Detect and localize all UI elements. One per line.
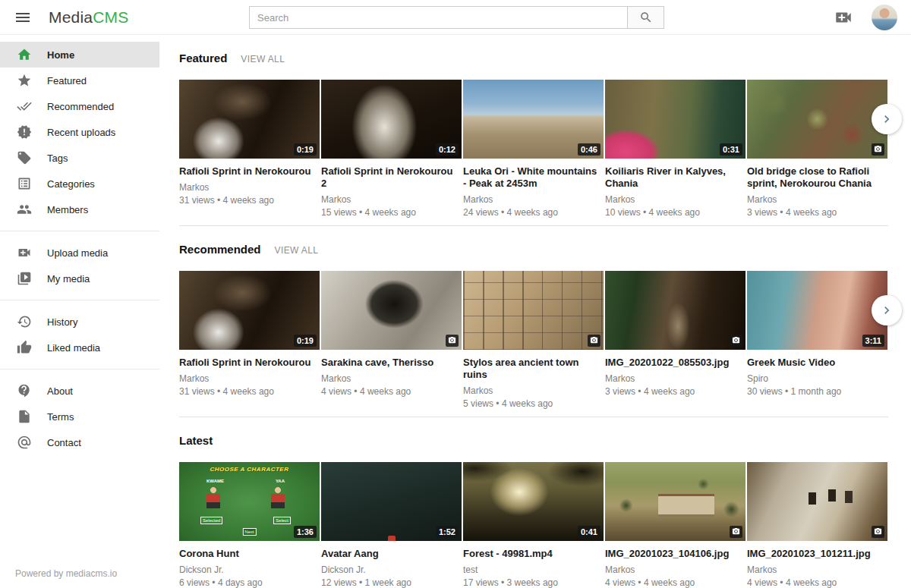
media-thumbnail[interactable]: 1:52 <box>321 462 462 541</box>
media-card[interactable]: 0:12Rafioli Sprint in Nerokourou 2Markos… <box>321 80 462 218</box>
media-title[interactable]: Rafioli Sprint in Nerokourou <box>179 357 320 369</box>
media-author[interactable]: Markos <box>321 373 462 384</box>
powered-by-text[interactable]: Powered by mediacms.io <box>15 568 117 579</box>
media-card[interactable]: 0:46Leuka Ori - White mountains - Peak a… <box>463 80 604 218</box>
media-card[interactable]: Stylos area ancient town ruinsMarkos5 vi… <box>463 271 604 409</box>
sidebar-divider <box>0 300 159 300</box>
media-author[interactable]: Spiro <box>747 373 887 384</box>
logo-text-media: Media <box>49 8 93 26</box>
media-thumbnail[interactable]: 0:41 <box>463 462 604 541</box>
media-author[interactable]: Markos <box>605 194 746 205</box>
media-thumbnail[interactable] <box>747 462 887 541</box>
scroll-right-button[interactable] <box>872 295 902 325</box>
sidebar-item-my-media[interactable]: My media <box>0 266 159 291</box>
media-card[interactable]: 3:11Greek Music VideoSpiro30 views • 1 m… <box>747 271 887 409</box>
media-thumbnail[interactable] <box>321 271 462 350</box>
media-thumbnail[interactable]: 0:46 <box>463 80 604 159</box>
media-author[interactable]: Markos <box>747 194 887 205</box>
media-author[interactable]: Markos <box>179 373 320 384</box>
sidebar-item-terms[interactable]: Terms <box>0 404 159 429</box>
media-thumbnail[interactable]: 0:12 <box>321 80 462 159</box>
header-actions <box>834 5 911 30</box>
menu-icon[interactable] <box>14 8 32 27</box>
media-card[interactable]: 0:19Rafioli Sprint in NerokourouMarkos31… <box>179 80 320 218</box>
media-title[interactable]: IMG_20201023_104106.jpg <box>605 548 746 560</box>
media-card[interactable]: Sarakina cave, TherissoMarkos4 views • 4… <box>321 271 462 409</box>
new-releases-icon <box>17 124 32 140</box>
media-card[interactable]: 0:41Forest - 49981.mp4test17 views • 3 w… <box>463 462 604 588</box>
video-library-icon <box>17 271 32 286</box>
search-button[interactable] <box>627 6 664 29</box>
sidebar-item-home[interactable]: Home <box>0 42 159 68</box>
sidebar-item-members[interactable]: Members <box>0 197 159 222</box>
media-author[interactable]: Markos <box>463 194 604 205</box>
sidebar-item-recommended[interactable]: Recommended <box>0 93 159 119</box>
sidebar-item-label: Terms <box>47 411 74 423</box>
media-card[interactable]: IMG_20201023_104106.jpgMarkos4 views • 4… <box>605 462 746 588</box>
media-card[interactable]: 0:19Rafioli Sprint in NerokourouMarkos31… <box>179 271 320 409</box>
media-thumbnail[interactable]: 0:31 <box>605 80 746 159</box>
media-title[interactable]: Koiliaris River in Kalyves, Chania <box>605 165 746 190</box>
sidebar-item-history[interactable]: History <box>0 309 159 335</box>
sidebar-item-recent-uploads[interactable]: Recent uploads <box>0 119 159 145</box>
media-thumbnail[interactable] <box>605 271 746 350</box>
media-thumbnail[interactable] <box>605 462 746 541</box>
search-input[interactable] <box>249 6 628 29</box>
members-icon <box>17 202 32 217</box>
media-title[interactable]: IMG_20201023_101211.jpg <box>747 548 887 560</box>
sidebar-divider <box>0 369 159 369</box>
media-title[interactable]: Forest - 49981.mp4 <box>463 548 604 560</box>
media-card[interactable]: 1:52Avatar AangDickson Jr.12 views • 1 w… <box>321 462 462 588</box>
duration-badge: 0:46 <box>578 143 601 156</box>
sidebar-item-about[interactable]: About <box>0 378 159 404</box>
sidebar-item-featured[interactable]: Featured <box>0 68 159 93</box>
sidebar-item-categories[interactable]: Categories <box>0 171 159 197</box>
chevron-right-icon <box>879 303 894 318</box>
media-title[interactable]: Corona Hunt <box>179 548 320 560</box>
media-author[interactable]: Markos <box>321 194 462 205</box>
view-all-link[interactable]: VIEW ALL <box>241 54 285 64</box>
media-author[interactable]: Markos <box>605 564 746 575</box>
media-card[interactable]: Old bridge close to Rafioli sprint, Nero… <box>747 80 887 218</box>
media-author[interactable]: Markos <box>463 385 604 396</box>
media-title[interactable]: Rafioli Sprint in Nerokourou <box>179 165 320 178</box>
media-thumbnail[interactable]: 0:19 <box>179 271 320 350</box>
add-video-icon[interactable] <box>834 8 853 27</box>
sidebar-item-contact[interactable]: Contact <box>0 429 159 455</box>
photo-type-badge <box>588 335 601 347</box>
media-author[interactable]: Dickson Jr. <box>321 564 462 575</box>
media-title[interactable]: Leuka Ori - White mountains - Peak at 24… <box>463 165 604 190</box>
email-icon <box>17 435 32 450</box>
media-meta: 15 views • 4 weeks ago <box>321 207 462 218</box>
media-thumbnail[interactable]: 3:11 <box>747 271 887 350</box>
media-card[interactable]: IMG_20201023_101211.jpgMarkos4 views • 4… <box>747 462 887 588</box>
media-card[interactable]: 0:31Koiliaris River in Kalyves, ChaniaMa… <box>605 80 746 218</box>
media-card[interactable]: CHOOSE A CHARACTERKWAMEYAASelectedNextSe… <box>179 462 320 588</box>
view-all-link[interactable]: VIEW ALL <box>275 245 319 256</box>
media-meta: 31 views • 4 weeks ago <box>179 386 320 397</box>
media-thumbnail[interactable] <box>747 80 887 159</box>
media-title[interactable]: Rafioli Sprint in Nerokourou 2 <box>321 165 462 190</box>
media-author[interactable]: Markos <box>179 182 320 193</box>
media-title[interactable]: Sarakina cave, Therisso <box>321 357 462 369</box>
media-author[interactable]: test <box>463 564 604 575</box>
media-author[interactable]: Markos <box>605 373 746 384</box>
media-meta: 4 views • 4 weeks ago <box>747 577 887 588</box>
scroll-right-button[interactable] <box>872 104 902 134</box>
media-title[interactable]: Greek Music Video <box>747 357 887 369</box>
sidebar-item-tags[interactable]: Tags <box>0 145 159 171</box>
media-thumbnail[interactable]: CHOOSE A CHARACTERKWAMEYAASelectedNextSe… <box>179 462 320 541</box>
media-thumbnail[interactable]: 0:19 <box>179 80 320 159</box>
media-title[interactable]: Old bridge close to Rafioli sprint, Nero… <box>747 165 887 190</box>
user-avatar[interactable] <box>872 5 897 30</box>
media-title[interactable]: Stylos area ancient town ruins <box>463 357 604 381</box>
media-card[interactable]: IMG_20201022_085503.jpgMarkos3 views • 4… <box>605 271 746 409</box>
sidebar-item-upload-media[interactable]: Upload media <box>0 240 159 266</box>
sidebar-item-liked-media[interactable]: Liked media <box>0 335 159 360</box>
media-author[interactable]: Dickson Jr. <box>179 564 320 575</box>
media-title[interactable]: Avatar Aang <box>321 548 462 560</box>
media-thumbnail[interactable] <box>463 271 604 350</box>
app-logo[interactable]: MediaCMS <box>49 8 128 27</box>
media-author[interactable]: Markos <box>747 564 887 575</box>
media-title[interactable]: IMG_20201022_085503.jpg <box>605 357 746 369</box>
